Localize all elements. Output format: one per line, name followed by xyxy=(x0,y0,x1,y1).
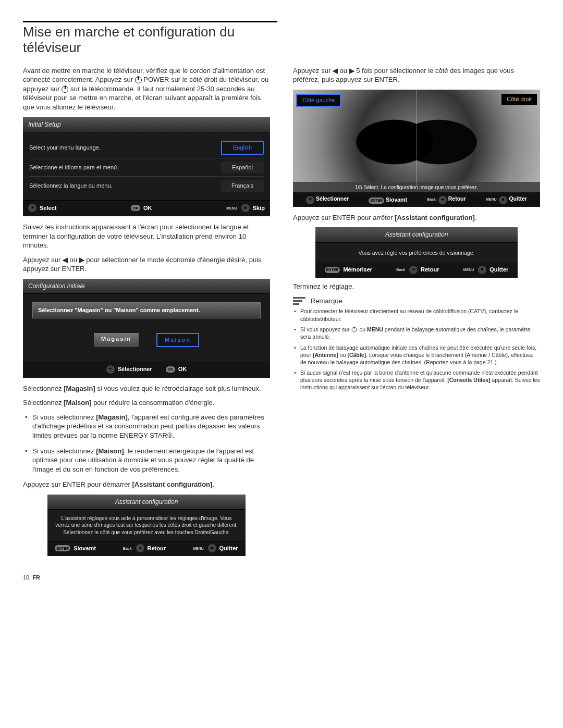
foot-store: Mémoriser xyxy=(343,266,372,274)
butterfly-image xyxy=(324,105,509,182)
power-icon xyxy=(352,327,357,332)
back-badge: Back xyxy=(123,546,132,551)
osd-body: L'assistant réglages vous aide à personn… xyxy=(47,510,245,541)
foot-ok: OK xyxy=(143,204,152,212)
foot-skip: Skip xyxy=(253,204,265,212)
text: . xyxy=(212,480,214,488)
text: ou xyxy=(338,67,349,75)
text: [Magasin] xyxy=(96,413,128,421)
text: Appuyez sur xyxy=(293,67,333,75)
ok-icon: OK xyxy=(131,205,140,211)
option-english[interactable]: English xyxy=(221,141,264,155)
osd-body: Vous avez réglé vos préférences de visio… xyxy=(315,243,518,263)
tag-cote-gauche[interactable]: Côté gauche xyxy=(296,94,341,107)
foot-select: Sélectionner xyxy=(316,195,349,202)
foot-next: Siovamt xyxy=(74,545,96,552)
page-lang: FR xyxy=(32,574,40,581)
text: ou xyxy=(358,326,367,332)
menu-badge: MENU xyxy=(226,206,237,211)
foot-select: Select xyxy=(40,204,56,212)
osd-header: Initial Setup xyxy=(23,117,270,132)
menu-icon: ■ xyxy=(478,266,486,274)
left-column: Avant de mettre en marche le téléviseur,… xyxy=(23,63,270,559)
text: MENU xyxy=(367,326,383,332)
paragraph: Terminez le réglage. xyxy=(293,282,540,291)
paragraph: Sélectionnez [Maison] pour réduire la co… xyxy=(23,398,270,408)
osd-header: Assistant configuration xyxy=(315,227,518,242)
note-item: Si vous appuyez sur ou MENU pendant le b… xyxy=(300,326,540,341)
text: . xyxy=(475,214,477,221)
note-heading: Remarque xyxy=(311,297,342,306)
arrow-left-icon: ◀ xyxy=(63,256,68,264)
menu-badge: MENU xyxy=(463,267,474,272)
intro-paragraph: Avant de mettre en marche le téléviseur,… xyxy=(23,66,270,112)
menu-label: Select your menu language. xyxy=(29,144,101,152)
text: ou xyxy=(338,352,348,358)
note-icon xyxy=(293,296,305,305)
page-number: 10 xyxy=(23,574,29,581)
dpad-icon: ✦ xyxy=(306,196,314,204)
back-badge: Back xyxy=(427,198,436,201)
text: [Conseils Utiles] xyxy=(447,377,490,383)
power-icon xyxy=(135,77,142,83)
back-badge: Back xyxy=(396,267,405,272)
text: Appuyez sur xyxy=(23,256,63,264)
right-column: Appuyez sur ◀ ou ▶ 5 fois pour sélection… xyxy=(293,63,540,559)
osd-header: Configuration initiale xyxy=(23,279,270,294)
menu-badge: MENU xyxy=(193,546,204,551)
note-item: Pour connecter le téléviseur directement… xyxy=(300,307,540,322)
paragraph: Suivez les instructions apparaissant à l… xyxy=(23,223,270,250)
menu-badge: MENU xyxy=(486,198,497,201)
back-icon: ◄ xyxy=(438,196,447,204)
tag-cote-droit[interactable]: Côté droit xyxy=(501,94,537,105)
osd-assistant-start: Assistant configuration L'assistant régl… xyxy=(47,495,245,557)
chip-magasin[interactable]: Magasin xyxy=(94,333,139,347)
enter-icon: ENTER xyxy=(55,545,70,551)
note-item: La fonction de balayage automatique init… xyxy=(300,344,540,366)
arrow-left-icon: ◀ xyxy=(333,67,338,75)
foot-back: Retour xyxy=(421,266,439,274)
list-item: Si vous sélectionnez [Maison], le rendem… xyxy=(32,447,270,474)
text: Appuyez sur ENTER pour démarrer xyxy=(23,480,132,488)
menu-label: Seleccione el idioma para el menú. xyxy=(29,164,118,171)
osd-configuration-initiale: Configuration initiale Sélectionnez "Mag… xyxy=(23,279,270,378)
text: Sélectionnez xyxy=(23,399,64,406)
foot-next: Siovamt xyxy=(386,196,407,203)
text: Si vous sélectionnez xyxy=(32,447,96,455)
chip-maison[interactable]: Maison xyxy=(156,333,199,347)
menu-label: Sélectionnez la langue du menu. xyxy=(29,182,113,190)
enter-icon: ENTER xyxy=(325,267,340,273)
paragraph: Appuyez sur ENTER pour démarrer [Assista… xyxy=(23,480,270,489)
text: [Maison] xyxy=(96,447,124,455)
page-footer: 10 FR xyxy=(23,574,540,582)
arrow-right-icon: ▶ xyxy=(349,67,354,75)
option-francais[interactable]: Français xyxy=(221,180,264,192)
text: [Magasin] xyxy=(64,385,95,392)
osd-assistant-done: Assistant configuration Vous avez réglé … xyxy=(315,227,518,277)
arrow-right-icon: ▶ xyxy=(79,256,84,264)
foot-select: Sélectionner xyxy=(118,365,152,373)
preview-caption: 1/5 Sélect. La configuration image que v… xyxy=(293,182,540,193)
osd-banner: Sélectionnez "Magasin" ou "Maison" comme… xyxy=(32,302,261,318)
foot-back: Retour xyxy=(448,195,466,202)
list-item: Si vous sélectionnez [Magasin], l'appare… xyxy=(32,413,270,440)
text: Sélectionnez xyxy=(23,385,64,392)
text: [Maison] xyxy=(64,399,91,406)
text: [Assistant configuration] xyxy=(132,480,213,488)
back-icon: ◄ xyxy=(136,544,144,552)
menu-icon: ■ xyxy=(241,204,250,212)
power-icon xyxy=(62,86,68,93)
ok-icon: OK xyxy=(166,366,175,373)
paragraph: Appuyez sur ENTER pour arrêter [Assistan… xyxy=(293,213,540,223)
text: ou xyxy=(68,256,79,264)
paragraph: Appuyez sur ◀ ou ▶ pour sélectionner le … xyxy=(23,255,270,274)
text: POWER xyxy=(142,76,169,83)
enter-icon: ENTER xyxy=(369,198,384,204)
text: Si vous appuyez sur xyxy=(300,326,351,332)
image-preference-preview: Côté gauche Côté droit 1/5 Sélect. La co… xyxy=(293,90,540,207)
option-espanol[interactable]: Español xyxy=(221,162,264,174)
back-icon: ◄ xyxy=(409,266,418,274)
foot-quit: Quitter xyxy=(509,195,527,202)
dpad-icon: ✦ xyxy=(106,365,115,374)
page-title: Mise en marche et configuration du télév… xyxy=(23,24,277,56)
